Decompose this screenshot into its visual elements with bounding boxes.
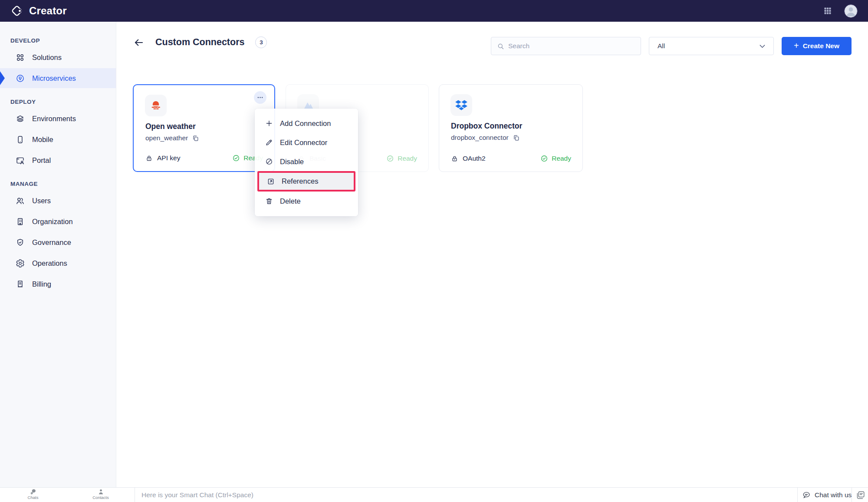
sidebar-item-portal[interactable]: Portal [0,150,116,170]
section-title-manage: MANAGE [0,181,116,187]
status-label: Ready [552,155,571,162]
main-content: Custom Connectors 3 All + C [117,22,868,487]
topbar-actions [823,4,858,18]
building-icon [16,217,25,226]
shield-check-icon [16,238,25,247]
search-input[interactable] [508,42,635,50]
sidebar-item-microservices[interactable]: Microservices [0,68,116,88]
grid-icon [16,53,25,62]
pencil-icon [265,139,273,146]
ban-icon [265,158,273,165]
status-badge: Ready [386,155,417,162]
plug-circle-icon [16,74,25,83]
sidebar-section-deploy: DEPLOY Environments Mobile [0,99,116,170]
person-icon [97,488,105,495]
layers-icon [16,114,25,123]
card-footer: OAuth2 Ready [451,155,571,162]
auth-label: OAuth2 [463,155,486,162]
copy-icon[interactable] [192,135,199,142]
sidebar-item-label: Solutions [32,53,62,62]
external-link-icon [267,178,275,185]
connector-slug-row: dropbox_connector [451,134,520,142]
check-circle-icon [386,155,394,162]
connector-name: Dropbox Connector [451,122,522,131]
back-arrow-button[interactable] [133,37,145,48]
app-title: Creator [29,5,67,17]
auth-type: API key [145,154,180,162]
user-avatar[interactable] [844,4,858,18]
apps-grid-icon[interactable] [823,7,832,15]
sidebar-item-label: Portal [32,156,51,165]
sidebar-item-environments[interactable]: Environments [0,109,116,129]
divider [135,488,135,502]
sidebar-item-governance[interactable]: Governance [0,232,116,252]
phone-icon [16,135,25,144]
section-title-deploy: DEPLOY [0,99,116,105]
portal-window-icon [16,156,25,165]
contacts-button[interactable]: Contacts [89,488,113,500]
section-title-develop: DEVELOP [0,37,116,44]
filter-dropdown[interactable]: All [649,37,774,55]
notes-stack-icon[interactable] [856,490,865,500]
lock-icon [451,155,458,162]
menu-item-label: Delete [280,197,301,205]
sidebar-item-operations[interactable]: Operations [0,253,116,273]
sidebar-section-manage: MANAGE Users [0,181,116,294]
lock-icon [145,155,153,162]
sidebar-item-label: Governance [32,238,71,247]
connector-card-open-weather[interactable]: Open weather open_weather [133,84,275,172]
trash-icon [265,197,273,205]
menu-item-disable[interactable]: Disable [255,152,358,171]
plus-icon [265,119,273,127]
connector-name: Open weather [145,122,196,131]
speech-bubble-icon [802,491,811,499]
app-window: Creator DEVELOP [0,0,868,502]
sidebar-item-users[interactable]: Users [0,191,116,211]
bottombar: Chats Contacts Chat with us [0,487,868,502]
copy-icon[interactable] [513,134,520,142]
context-menu: Add Connection Edit Connector Disable [255,109,358,216]
sidebar-item-label: Environments [32,115,76,123]
menu-item-add-connection[interactable]: Add Connection [255,114,358,133]
page-header: Custom Connectors 3 [133,36,267,48]
search-box[interactable] [491,37,641,55]
chats-button[interactable]: Chats [21,488,45,500]
sidebar-item-label: Microservices [32,74,76,83]
sidebar-item-organization[interactable]: Organization [0,211,116,231]
sidebar-item-label: Mobile [32,135,53,144]
menu-item-label: Edit Connector [280,139,327,147]
topbar: Creator [0,0,868,22]
divider [797,488,798,502]
smart-chat-bar[interactable] [141,488,792,502]
chevron-down-icon [758,42,766,50]
connector-slug-row: open_weather [145,134,199,142]
create-new-label: Create New [803,42,839,50]
connector-card-dropbox[interactable]: Dropbox Connector dropbox_connector [439,84,583,172]
search-icon [497,43,504,50]
connector-slug: dropbox_connector [451,134,509,142]
auth-label: API key [157,154,180,162]
gear-icon [16,259,25,268]
menu-item-label: Disable [280,158,304,166]
sidebar-item-label: Billing [32,280,51,288]
sidebar-item-mobile[interactable]: Mobile [0,129,116,149]
chat-with-us-button[interactable]: Chat with us [802,488,852,502]
sidebar-item-label: Operations [32,259,67,268]
check-circle-icon [232,154,240,162]
create-new-button[interactable]: + Create New [782,37,852,55]
menu-item-references[interactable]: References [257,171,355,192]
users-icon [16,196,25,205]
receipt-icon [16,280,25,289]
smart-chat-input[interactable] [141,491,792,499]
chat-with-us-label: Chat with us [815,491,852,499]
page-title: Custom Connectors [155,37,244,48]
sidebar-item-billing[interactable]: Billing [0,274,116,294]
more-options-button[interactable] [254,91,266,104]
divider [852,488,852,502]
sidebar-section-develop: DEVELOP Solutions Microservices [0,37,116,88]
sidebar-item-solutions[interactable]: Solutions [0,47,116,67]
toolbar: All + Create New [491,37,852,55]
connector-count-badge: 3 [255,36,267,48]
menu-item-edit-connector[interactable]: Edit Connector [255,133,358,152]
menu-item-delete[interactable]: Delete [255,192,358,211]
